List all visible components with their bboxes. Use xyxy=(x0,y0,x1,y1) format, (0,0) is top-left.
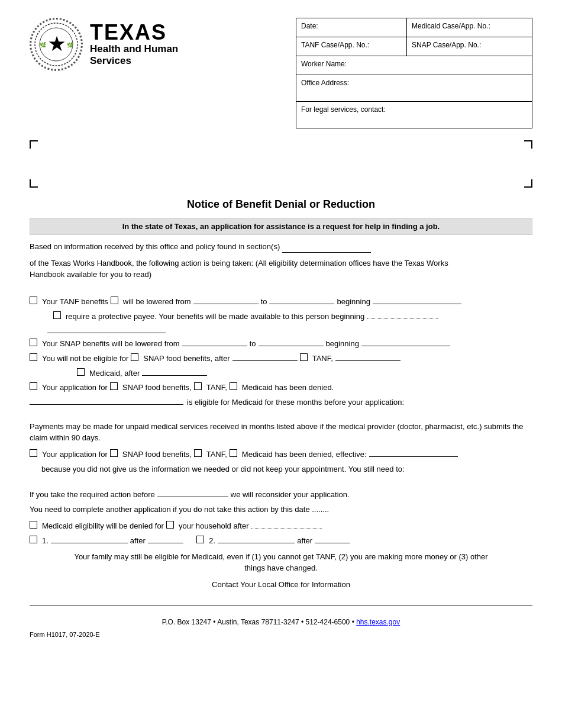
worker-name-label: Worker Name: xyxy=(296,56,532,75)
notice-title: Notice of Benefit Denial or Reduction xyxy=(30,198,532,211)
medicaid-after-row: Medicaid, after xyxy=(77,368,532,378)
num2-after-field[interactable] xyxy=(315,535,350,543)
because-text: because you did not give us the informat… xyxy=(41,465,405,473)
snap-food-checkbox[interactable] xyxy=(131,353,138,361)
after-label2: after xyxy=(297,536,312,545)
snap-food-benefits2: SNAP food benefits, xyxy=(122,383,192,392)
application-for-row: Your application for SNAP food benefits,… xyxy=(30,382,532,392)
medicaid-eligibility-text: Medicaid eligibility will be denied for xyxy=(42,521,164,530)
not-eligible-row: You will not be eligible for SNAP food b… xyxy=(30,353,532,363)
medicaid-denied2-checkbox[interactable] xyxy=(230,449,237,457)
tanf-beginning-field[interactable] xyxy=(373,296,461,304)
medicaid-denied-effective: Medicaid has been denied, effective: xyxy=(242,450,367,459)
medicaid-case-label: Medicaid Case/App. No.: xyxy=(407,18,532,37)
medicaid-eligibility-checkbox[interactable] xyxy=(30,521,37,529)
eligible-medicaid-name-field[interactable] xyxy=(30,397,183,405)
tanf-label3: TANF, xyxy=(206,383,227,392)
application-for-row2: Your application for SNAP food benefits,… xyxy=(30,449,532,459)
snap-food-benefits-label: SNAP food benefits, after xyxy=(143,354,230,363)
tanf-from-field[interactable] xyxy=(193,296,259,304)
legal-services-label: For legal services, contact: xyxy=(296,102,532,128)
tanf-extra-field[interactable] xyxy=(47,325,166,333)
snap-food2-checkbox[interactable] xyxy=(110,382,118,390)
action-before-field[interactable] xyxy=(157,489,228,497)
policy-text2: of the Texas Works Handbook, the followi… xyxy=(30,257,532,281)
household-after-field[interactable] xyxy=(251,520,322,529)
household-checkbox[interactable] xyxy=(166,521,174,529)
logo-circle: ★ 🌿 🌿 xyxy=(30,18,83,71)
tanf-label: Your TANF benefits xyxy=(42,297,108,306)
policy-line1: Based on information received by this of… xyxy=(30,242,280,251)
footer-address: P.O. Box 13247 • Austin, Texas 78711-324… xyxy=(162,618,354,626)
tanf-checkbox2[interactable] xyxy=(300,353,308,361)
notice-banner: In the state of Texas, an application fo… xyxy=(30,218,532,235)
num2-checkbox[interactable] xyxy=(196,536,204,543)
family-note: Your family may still be eligible for Me… xyxy=(30,551,532,574)
application2-checkbox[interactable] xyxy=(30,449,37,457)
medicaid-has-been-denied: Medicaid has been denied. xyxy=(242,383,334,392)
to-label: to xyxy=(261,297,267,306)
policy-line2: of the Texas Works Handbook, the followi… xyxy=(30,259,448,268)
medicaid-after-label: Medicaid, after xyxy=(89,369,140,378)
will-be-lowered-from: will be lowered from xyxy=(123,297,191,306)
medicaid-after-field[interactable] xyxy=(142,368,207,376)
protective-payee-checkbox[interactable] xyxy=(53,311,61,319)
num1-label: 1. xyxy=(42,536,49,545)
medicaid-denied-date-field[interactable] xyxy=(369,449,458,457)
snap-case-label: SNAP Case/App. No.: xyxy=(407,37,532,56)
complete-another-row: You need to complete another application… xyxy=(30,504,532,516)
snap-to: to xyxy=(250,339,256,348)
tanf4-checkbox[interactable] xyxy=(194,449,202,457)
tanf-to-field[interactable] xyxy=(269,296,334,304)
page-header: ★ 🌿 🌿 TEXAS Health and Human Services Da… xyxy=(30,18,532,128)
snap-beginning: beginning xyxy=(326,339,359,348)
policy-text: Based on information received by this of… xyxy=(30,241,532,253)
snap-beginning-field[interactable] xyxy=(361,338,450,346)
svg-text:🌿: 🌿 xyxy=(67,41,74,49)
footer: P.O. Box 13247 • Austin, Texas 78711-324… xyxy=(30,618,532,626)
not-eligible-checkbox[interactable] xyxy=(30,353,37,361)
snap-to-field[interactable] xyxy=(259,338,324,346)
contact-note-text: Contact Your Local Office for Informatio… xyxy=(212,580,350,589)
family-note-text2: things have changed. xyxy=(244,563,318,572)
num1-field[interactable] xyxy=(51,535,128,543)
snap-food3-checkbox[interactable] xyxy=(110,449,118,457)
family-note-text: Your family may still be eligible for Me… xyxy=(74,552,487,561)
tanf-label2: TANF, xyxy=(312,354,333,363)
protective-payee-date-field[interactable] xyxy=(367,311,438,319)
snap-checkbox[interactable] xyxy=(30,339,37,346)
application-checkbox[interactable] xyxy=(30,382,37,390)
tanf3-checkbox[interactable] xyxy=(194,382,202,390)
num-row: 1. after 2. after xyxy=(30,535,532,545)
payments-text-content: Payments may be made for unpaid medical … xyxy=(30,422,524,443)
application-for-label: Your application for xyxy=(42,383,108,392)
snap-row: Your SNAP benefits will be lowered from … xyxy=(30,338,532,348)
num2-field[interactable] xyxy=(218,535,295,543)
num1-checkbox[interactable] xyxy=(30,536,37,543)
medicaid-eligibility-row: Medicaid eligibility will be denied for … xyxy=(30,520,532,530)
date-label: Date: xyxy=(296,18,407,37)
we-will-reconsider: we will reconsider your application. xyxy=(231,490,350,499)
medicaid-denied-checkbox[interactable] xyxy=(230,382,237,390)
protective-payee-row: require a protective payee. Your benefit… xyxy=(53,311,532,321)
complete-another-text: You need to complete another application… xyxy=(30,505,329,514)
footer-link[interactable]: hhs.texas.gov xyxy=(356,618,400,626)
medicaid-after-checkbox[interactable] xyxy=(77,368,85,376)
snap-from-field[interactable] xyxy=(182,338,247,346)
tanf-after-field[interactable] xyxy=(335,353,400,361)
num1-after-field[interactable] xyxy=(148,535,183,543)
texas-seal-icon: ★ 🌿 🌿 xyxy=(33,21,80,68)
tanf-row: Your TANF benefits will be lowered from … xyxy=(30,296,532,306)
address-bracket-section xyxy=(30,140,532,188)
your-household-after: your household after xyxy=(179,521,249,530)
eligible-medicaid-row: is eligible for Medicaid for these month… xyxy=(30,397,532,407)
protective-payee-text: require a protective payee. Your benefit… xyxy=(66,312,364,321)
case-info-table: Date: Medicaid Case/App. No.: TANF Case/… xyxy=(296,18,532,128)
tanf-checkbox[interactable] xyxy=(30,297,37,304)
policy-section-field[interactable] xyxy=(282,244,371,253)
logo-text: TEXAS Health and Human Services xyxy=(90,22,178,67)
snap-after-field[interactable] xyxy=(232,353,298,361)
tanf-lowered-checkbox[interactable] xyxy=(111,297,118,304)
if-take-action-row: If you take the required action before w… xyxy=(30,489,532,499)
address-bracket-left xyxy=(30,140,261,188)
